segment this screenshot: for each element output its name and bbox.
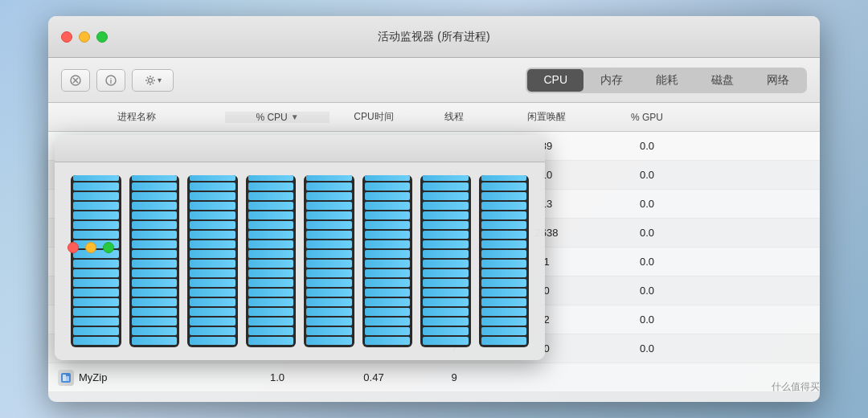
cell-gpu: 0.0	[603, 140, 691, 152]
cpu-bars-close-button[interactable]	[68, 242, 79, 253]
cpu-bar-segment	[190, 289, 235, 297]
cpu-bar-segment	[306, 318, 352, 326]
cpu-bar-segment	[190, 269, 235, 277]
cpu-bar-segment	[132, 279, 178, 287]
cpu-bar-segment	[365, 221, 411, 229]
cpu-bar-segment	[423, 250, 469, 258]
cpu-bar-segment	[73, 327, 119, 335]
cpu-bar-segment	[306, 337, 352, 345]
cpu-bar-segment	[248, 298, 294, 306]
cpu-bar-segment	[423, 327, 469, 335]
cpu-bar-segment	[73, 231, 119, 239]
header-cpu-time[interactable]: CPU时间	[330, 110, 418, 124]
cpu-bar-segment	[190, 211, 235, 219]
cpu-bar-segment	[306, 289, 352, 297]
cpu-bar-segment	[190, 298, 235, 306]
cpu-bar-segment	[481, 250, 527, 258]
cpu-bar-segment	[423, 260, 469, 268]
tab-network[interactable]: 网络	[751, 69, 805, 92]
cpu-bar-segment	[306, 192, 352, 200]
table-header: 进程名称 % CPU ▼ CPU时间 线程 闲置唤醒 % GPU	[48, 103, 820, 132]
tab-energy[interactable]: 能耗	[640, 69, 694, 92]
cpu-bar-segment	[423, 298, 469, 306]
gear-button[interactable]: ▾	[132, 69, 174, 92]
cpu-bar-segment	[132, 175, 178, 181]
cpu-bar-segment	[73, 279, 119, 287]
info-button[interactable]: i	[96, 69, 125, 92]
cpu-bar-segment	[132, 221, 178, 229]
header-cpu-pct[interactable]: % CPU ▼	[225, 112, 330, 123]
cpu-bar-segment	[73, 289, 119, 297]
cpu-bar-segment	[132, 211, 178, 219]
cpu-bar-segment	[248, 182, 294, 191]
tab-memory[interactable]: 内存	[584, 69, 639, 92]
cpu-bar-segment	[423, 279, 469, 287]
traffic-lights	[61, 31, 108, 43]
header-process[interactable]: 进程名称	[48, 110, 225, 124]
cpu-bar-segment	[423, 202, 469, 210]
cpu-bar-segment	[190, 221, 235, 229]
cell-gpu: 0.0	[603, 198, 691, 210]
cpu-bar-segment	[132, 318, 178, 326]
cpu-bars-traffic-lights	[68, 242, 114, 253]
cpu-bar-column	[479, 175, 530, 347]
cpu-bar-segment	[365, 211, 411, 219]
chevron-down-icon: ▾	[158, 76, 162, 84]
myzip-app-icon	[58, 370, 74, 386]
cpu-bar-segment	[365, 231, 411, 239]
cpu-bar-segment	[73, 182, 119, 191]
cpu-bar-segment	[190, 182, 235, 191]
cpu-bar-segment	[73, 337, 119, 345]
cpu-bar-segment	[132, 308, 178, 316]
cpu-bar-segment	[248, 202, 294, 210]
header-gpu-pct[interactable]: % GPU	[603, 112, 691, 123]
cpu-bar-segment	[248, 327, 294, 335]
svg-rect-7	[63, 375, 66, 381]
cpu-bar-segment	[365, 192, 411, 200]
cpu-bar-segment	[306, 250, 352, 258]
cpu-bar-segment	[481, 337, 527, 345]
header-threads[interactable]: 线程	[418, 110, 490, 124]
tab-cpu[interactable]: CPU	[527, 69, 583, 92]
cpu-bar-segment	[190, 250, 235, 258]
cpu-bar-segment	[248, 250, 294, 258]
cpu-bar-segment	[306, 211, 352, 219]
cell-cpu-time: 0.47	[330, 371, 418, 383]
cpu-bar-segment	[132, 337, 178, 345]
cpu-bars-maximize-button[interactable]	[103, 242, 114, 253]
maximize-button[interactable]	[96, 31, 108, 43]
cpu-bar-segment	[190, 231, 235, 239]
cpu-bar-segment	[306, 279, 352, 287]
close-process-button[interactable]	[61, 69, 90, 92]
cpu-bar-segment	[365, 298, 411, 306]
cpu-bar-segment	[132, 182, 178, 191]
x-icon	[70, 75, 81, 86]
cpu-bar-segment	[481, 221, 527, 229]
cpu-bars-minimize-button[interactable]	[85, 242, 96, 253]
cpu-bar-segment	[190, 279, 235, 287]
cpu-bar-segment	[423, 289, 469, 297]
cpu-bar-segment	[365, 250, 411, 258]
header-idle-wake[interactable]: 闲置唤醒	[490, 110, 603, 124]
info-icon: i	[105, 75, 117, 86]
cpu-bar-segment	[306, 308, 352, 316]
cpu-bar-segment	[248, 269, 294, 277]
cpu-bar-segment	[481, 192, 527, 200]
cell-gpu: 0.0	[603, 169, 691, 181]
tab-disk[interactable]: 磁盘	[695, 69, 750, 92]
cpu-bar-segment	[423, 337, 469, 345]
cpu-bar-segment	[132, 231, 178, 239]
close-button[interactable]	[61, 31, 72, 43]
cpu-bars-titlebar	[55, 135, 545, 162]
cpu-bar-segment	[423, 308, 469, 316]
cpu-bar-segment	[423, 269, 469, 277]
table-row[interactable]: MyZip 1.0 0.47 9	[48, 363, 820, 392]
cpu-bar-segment	[306, 260, 352, 268]
cpu-bar-segment	[190, 240, 235, 248]
minimize-button[interactable]	[79, 31, 90, 43]
cpu-bar-segment	[132, 192, 178, 200]
cpu-bars-content	[55, 162, 545, 360]
cpu-bar-column	[71, 175, 121, 347]
svg-point-5	[148, 78, 152, 82]
cell-cpu-pct: 1.0	[225, 371, 330, 383]
